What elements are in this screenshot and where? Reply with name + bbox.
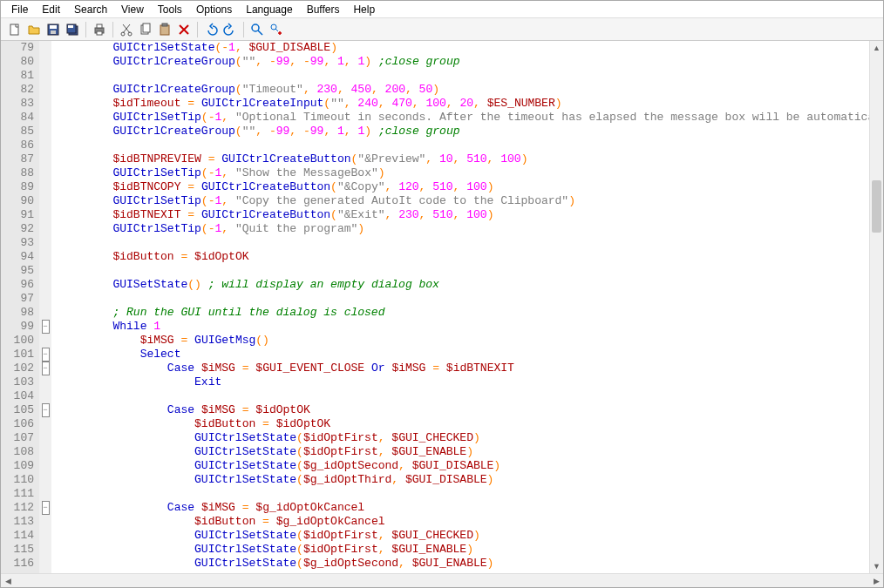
fold-line[interactable] [39,236,51,250]
fold-collapse-icon[interactable]: − [42,320,50,334]
fold-line[interactable] [39,487,51,501]
cut-icon[interactable] [118,21,135,38]
code-line[interactable]: GUICtrlSetState($idOptFirst, $GUI_CHECKE… [58,529,869,543]
delete-icon[interactable] [175,21,193,38]
code-line[interactable] [58,69,869,83]
code-line[interactable] [58,264,869,278]
fold-line[interactable] [39,292,51,306]
vertical-scrollbar[interactable]: ▲ ▼ [869,41,883,573]
fold-line[interactable] [39,417,51,431]
save-all-icon[interactable] [64,21,81,38]
code-line[interactable]: GUICtrlSetState($g_idOptSecond, $GUI_ENA… [58,557,869,571]
code-line[interactable] [58,236,869,250]
fold-line[interactable] [39,208,51,222]
code-area[interactable]: GUICtrlSetState(-1, $GUI_DISABLE) GUICtr… [51,41,869,573]
code-line[interactable]: $idBTNEXIT = GUICtrlCreateButton("&Exit"… [58,208,869,222]
scroll-thumb[interactable] [872,180,881,233]
menu-tools[interactable]: Tools [151,2,189,17]
paste-icon[interactable] [156,21,173,38]
redo-icon[interactable] [221,21,239,38]
code-line[interactable]: GUICtrlCreateGroup("Timeout", 230, 450, … [58,83,869,97]
code-line[interactable]: Exit [58,375,869,389]
code-line[interactable]: $iMSG = GUIGetMsg() [58,334,869,348]
fold-line[interactable] [39,166,51,180]
menu-search[interactable]: Search [67,2,114,17]
editor[interactable]: 7980818283848586878889909192939495969798… [1,41,883,573]
fold-line[interactable] [39,152,51,166]
fold-line[interactable] [39,306,51,320]
code-line[interactable]: $idBTNCOPY = GUICtrlCreateButton("&Copy"… [58,180,869,194]
fold-line[interactable] [39,431,51,445]
code-line[interactable] [58,139,869,152]
fold-line[interactable] [39,111,51,125]
menu-options[interactable]: Options [189,2,239,17]
fold-line[interactable] [39,389,51,403]
fold-line[interactable] [39,445,51,459]
code-line[interactable]: GUICtrlSetTip(-1, "Show the MessageBox") [58,166,869,180]
code-line[interactable]: GUICtrlSetTip(-1, "Optional Timeout in s… [58,111,869,125]
undo-icon[interactable] [202,21,220,38]
fold-line[interactable] [39,459,51,473]
scroll-up-icon[interactable]: ▲ [870,41,883,55]
menu-language[interactable]: Language [239,2,299,17]
code-line[interactable]: GUICtrlSetState(-1, $GUI_DISABLE) [58,41,869,55]
code-line[interactable]: Select [58,348,869,362]
find-icon[interactable] [248,21,266,38]
code-line[interactable]: GUICtrlSetState($idOptFirst, $GUI_CHECKE… [58,431,869,445]
code-line[interactable] [58,487,869,501]
code-line[interactable]: $idButton = $idOptOK [58,250,869,264]
fold-gutter[interactable]: −−−−− [39,41,51,573]
scroll-left-icon[interactable]: ◀ [1,577,15,585]
code-line[interactable]: GUICtrlSetTip(-1, "Quit the program") [58,222,869,236]
menu-view[interactable]: View [114,2,151,17]
fold-line[interactable] [39,55,51,69]
fold-line[interactable] [39,515,51,529]
code-line[interactable]: GUICtrlCreateGroup("", -99, -99, 1, 1) ;… [58,55,869,69]
save-icon[interactable] [44,21,62,38]
code-line[interactable]: Case $iMSG = $g_idOptOkCancel [58,501,869,515]
fold-line[interactable] [39,278,51,292]
code-line[interactable]: $idButton = $idOptOK [58,417,869,431]
code-line[interactable]: $idBTNPREVIEW = GUICtrlCreateButton("&Pr… [58,152,869,166]
fold-line[interactable] [39,473,51,487]
fold-line[interactable] [39,69,51,83]
code-line[interactable] [58,389,869,403]
fold-collapse-icon[interactable]: − [42,362,50,375]
fold-line[interactable] [39,557,51,571]
menu-edit[interactable]: Edit [35,2,67,17]
code-line[interactable]: GUICtrlSetState($idOptFirst, $GUI_ENABLE… [58,445,869,459]
code-line[interactable]: GUICtrlSetState($g_idOptThird, $GUI_DISA… [58,473,869,487]
fold-line[interactable] [39,264,51,278]
code-line[interactable]: GUICtrlCreateGroup("", -99, -99, 1, 1) ;… [58,125,869,139]
fold-collapse-icon[interactable]: − [42,501,50,515]
horizontal-scrollbar[interactable]: ◀ ▶ [1,573,883,587]
code-line[interactable]: Case $iMSG = $idOptOK [58,403,869,417]
fold-line[interactable] [39,529,51,543]
scroll-right-icon[interactable]: ▶ [869,577,883,585]
fold-line[interactable] [39,543,51,557]
open-file-icon[interactable] [25,21,43,38]
fold-line[interactable] [39,222,51,236]
find-replace-icon[interactable] [268,21,285,38]
code-line[interactable] [58,292,869,306]
fold-line[interactable] [39,97,51,111]
code-line[interactable]: While 1 [58,320,869,334]
new-file-icon[interactable] [6,21,24,38]
fold-line[interactable] [39,125,51,139]
fold-collapse-icon[interactable]: − [42,403,50,417]
fold-line[interactable] [39,194,51,208]
fold-line[interactable] [39,41,51,55]
code-line[interactable]: ; Run the GUI until the dialog is closed [58,306,869,320]
code-line[interactable]: $idButton = $g_idOptOkCancel [58,515,869,529]
fold-line[interactable] [39,334,51,348]
code-line[interactable]: GUICtrlSetState($g_idOptSecond, $GUI_DIS… [58,459,869,473]
code-line[interactable]: $idTimeout = GUICtrlCreateInput("", 240,… [58,97,869,111]
fold-line[interactable] [39,375,51,389]
code-line[interactable]: GUICtrlSetState($idOptFirst, $GUI_ENABLE… [58,543,869,557]
print-icon[interactable] [91,21,108,38]
menu-buffers[interactable]: Buffers [300,2,347,17]
fold-line[interactable] [39,180,51,194]
fold-line[interactable] [39,139,51,152]
copy-icon[interactable] [137,21,154,38]
menu-help[interactable]: Help [346,2,382,17]
